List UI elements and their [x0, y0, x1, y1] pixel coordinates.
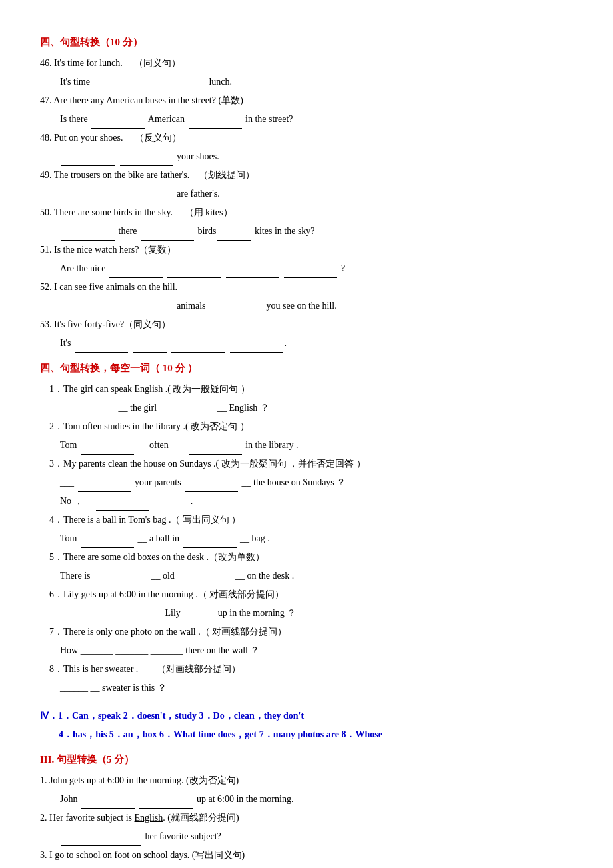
q3-2-answer: her favorite subject?: [40, 827, 573, 846]
blank: [61, 835, 141, 846]
q4b3-answer: ___ your parents __ the house on Sundays…: [40, 473, 573, 492]
q3-1: 1. John gets up at 6:00 in the morning. …: [40, 771, 573, 790]
q3-2: 2. Her favorite subject is English. (就画线…: [40, 809, 573, 827]
q4b5: 5．There are some old boxes on the desk .…: [40, 548, 573, 567]
blank: [209, 305, 263, 315]
blank: [189, 444, 242, 455]
q4b8: 8．This is her sweater . （对画线部分提问）: [40, 660, 573, 679]
blank: [284, 267, 337, 278]
q46-answer: It's time lunch.: [40, 73, 573, 91]
q53: 53. It's five forty-five?（同义句）: [40, 315, 573, 334]
blank: [139, 798, 193, 809]
q52-answer: animals you see on the hill.: [40, 297, 573, 315]
q48: 48. Put on your shoes. （反义句）: [40, 129, 573, 147]
section-4a-title: 四、句型转换（10 分）: [40, 36, 573, 49]
blank: [185, 481, 238, 492]
blank: [120, 305, 173, 315]
q4b1: 1．The girl can speak English .( 改为一般疑问句 …: [40, 380, 573, 399]
q47: 47. Are there any American buses in the …: [40, 91, 573, 110]
section-4b: 四、句型转换，每空一词（ 10 分 ） 1．The girl can speak…: [40, 362, 573, 697]
blank: [81, 444, 134, 455]
underline-five: five: [89, 282, 103, 292]
blank: [120, 155, 173, 166]
q4b7: 7．There is only one photo on the wall .（…: [40, 623, 573, 641]
blank: [94, 575, 147, 585]
section-3-title: III. 句型转换（5 分）: [40, 753, 573, 766]
q4b2-answer: Tom __ often ___ in the library .: [40, 436, 573, 455]
answers-4b-line2: 4．has，his 5．an，box 6．What time does，get …: [40, 725, 573, 744]
blank: [81, 798, 135, 809]
answers-4b-block: Ⅳ．1．Can，speak 2．doesn't，study 3．Do，clean…: [40, 707, 573, 744]
blank: [93, 81, 147, 91]
answers-4b-line1: Ⅳ．1．Can，speak 2．doesn't，study 3．Do，clean…: [40, 707, 573, 725]
blank: [217, 230, 251, 241]
blank: [167, 267, 221, 278]
blank: [133, 342, 167, 353]
blank: [178, 575, 231, 585]
q51-answer: Are the nice ?: [40, 259, 573, 278]
q49-answer: are father's.: [40, 185, 573, 203]
q4b7-answer: How _______ _______ _______ there on the…: [40, 641, 573, 660]
q4b4: 4．There is a ball in Tom's bag .（ 写出同义句 …: [40, 511, 573, 529]
blank: [141, 230, 194, 241]
underline-text: on the bike: [103, 170, 144, 180]
q47-answer: Is there American in the street?: [40, 110, 573, 129]
blank: [96, 500, 149, 511]
q48-answer: your shoes.: [40, 147, 573, 166]
blank: [61, 305, 115, 315]
q51: 51. Is the nice watch hers?（复数）: [40, 241, 573, 259]
q53-answer: It's .: [40, 334, 573, 353]
blank: [109, 267, 163, 278]
blank: [61, 155, 115, 166]
q46: 46. It's time for lunch. （同义句）: [40, 54, 573, 73]
blank: [226, 267, 279, 278]
blank: [91, 118, 145, 129]
underline-english: English: [135, 813, 163, 823]
q4b5-answer: There is __ old __ on the desk .: [40, 567, 573, 585]
section-4a: 四、句型转换（10 分） 46. It's time for lunch. （同…: [40, 36, 573, 353]
q49: 49. The trousers on the bike are father'…: [40, 166, 573, 185]
blank: [75, 342, 128, 353]
blank: [61, 230, 115, 241]
blank: [61, 193, 115, 203]
q50-answer: there birds kites in the sky?: [40, 222, 573, 241]
blank: [78, 481, 131, 492]
blank: [61, 407, 115, 417]
blank: [189, 118, 242, 129]
q4b3: 3．My parents clean the house on Sundays …: [40, 455, 573, 473]
blank: [161, 407, 214, 417]
section-3: III. 句型转换（5 分） 1. John gets up at 6:00 i…: [40, 753, 573, 865]
q4b6-answer: _______ _______ _______ Lily _______ up …: [40, 604, 573, 623]
q4b4-answer: Tom __ a ball in __ bag .: [40, 529, 573, 548]
blank: [230, 342, 283, 353]
page-container: 四、句型转换（10 分） 46. It's time for lunch. （同…: [40, 36, 573, 865]
q52: 52. I can see five animals on the hill.: [40, 278, 573, 297]
q4b3-no: No ，__ ____ ___ .: [40, 492, 573, 511]
blank: [120, 193, 173, 203]
q4b2: 2．Tom often studies in the library .( 改为…: [40, 417, 573, 436]
section-4b-title: 四、句型转换，每空一词（ 10 分 ）: [40, 362, 573, 375]
blank: [183, 537, 237, 548]
q4b6: 6．Lily gets up at 6:00 in the morning .（…: [40, 585, 573, 604]
q4b1-answer: __ the girl __ English ？: [40, 399, 573, 417]
q3-3: 3. I go to school on foot on school days…: [40, 846, 573, 865]
blank: [81, 537, 134, 548]
q4b8-answer: ______ __ sweater is this ？: [40, 679, 573, 697]
q50: 50. There are some birds in the sky. （用 …: [40, 203, 573, 222]
blank: [152, 81, 205, 91]
blank: [171, 342, 225, 353]
q3-1-answer: John up at 6:00 in the morning.: [40, 790, 573, 809]
